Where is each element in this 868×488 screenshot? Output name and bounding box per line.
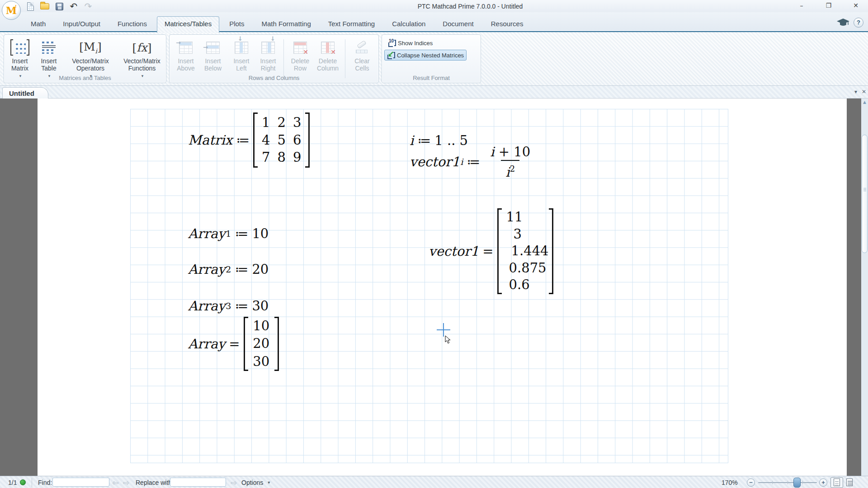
array-result-values: 10 20 30 bbox=[249, 316, 274, 372]
document-tab-bar: Untitled ▾ ✕ bbox=[0, 86, 868, 99]
matrix-bracket-right bbox=[305, 113, 310, 168]
assign-operator: ≔ bbox=[467, 154, 480, 169]
options-caret-icon: ▾ bbox=[268, 480, 270, 485]
zoom-in-button[interactable]: + bbox=[819, 479, 827, 487]
math-region-matrix-definition[interactable]: Matrix ≔ 123 456 789 bbox=[188, 112, 310, 168]
insert-right-button[interactable]: ↓ Insert Right bbox=[255, 38, 282, 72]
tab-input-output[interactable]: Input/Output bbox=[56, 17, 108, 32]
math-region-array2-definition[interactable]: Array2 ≔ 20 bbox=[188, 262, 269, 277]
clear-cells-icon bbox=[355, 42, 369, 54]
help-zone: ? bbox=[836, 18, 863, 28]
tab-matrices-tables[interactable]: Matrices/Tables bbox=[157, 16, 219, 33]
insert-table-icon bbox=[42, 41, 56, 54]
calculation-status-dot bbox=[20, 479, 26, 485]
matrix-bracket-left bbox=[244, 317, 248, 371]
show-indices-toggle[interactable]: 10 Show Indices bbox=[386, 38, 435, 48]
show-indices-icon: 10 bbox=[388, 39, 396, 47]
replace-next-icon[interactable]: ⇨ bbox=[231, 478, 237, 487]
open-folder-icon bbox=[40, 3, 49, 9]
insert-below-button[interactable]: → Insert Below bbox=[199, 38, 226, 72]
draft-view-icon bbox=[846, 479, 853, 486]
vector-matrix-operators-button[interactable]: [Mi] Vector/Matrix Operators▾ bbox=[65, 38, 116, 80]
mouse-cursor bbox=[445, 335, 451, 344]
document-tab-untitled[interactable]: Untitled bbox=[2, 87, 48, 99]
replace-input[interactable] bbox=[170, 478, 226, 487]
statusbar-separator bbox=[32, 478, 32, 487]
group-result-format: 10 Show Indices Collapse Nested Matrices… bbox=[382, 34, 481, 83]
matrix-bracket-right bbox=[274, 317, 279, 371]
vector-matrix-functions-button[interactable]: [fx] Vector/Matrix Functions▾ bbox=[116, 38, 168, 80]
scroll-up-icon[interactable]: ▲ bbox=[861, 100, 868, 104]
insert-right-icon: ↓ bbox=[261, 42, 275, 54]
tab-close-icon[interactable]: ✕ bbox=[862, 89, 866, 95]
insert-left-button[interactable]: ↓ Insert Left bbox=[228, 38, 255, 72]
mathcad-window: M’ ↶ ↷ PTC Mathcad Prime 7.0.0.0 - Untit… bbox=[0, 0, 868, 488]
insert-table-button[interactable]: Insert Table▾ bbox=[35, 38, 63, 80]
open-button[interactable] bbox=[40, 1, 50, 11]
tab-plots[interactable]: Plots bbox=[222, 17, 251, 32]
insert-below-icon: → bbox=[206, 42, 220, 54]
page-view-icon bbox=[834, 479, 840, 486]
worksheet-area: Matrix ≔ 123 456 789 i ≔ 1 .. 5 vector1i… bbox=[0, 99, 868, 476]
app-menu-logo[interactable]: M’ bbox=[2, 1, 21, 20]
delete-column-button[interactable]: ✕ Delete Column bbox=[314, 38, 342, 72]
help-button[interactable]: ? bbox=[854, 18, 863, 28]
zoom-slider-handle[interactable] bbox=[793, 478, 801, 488]
tab-math-formatting[interactable]: Math Formatting bbox=[255, 17, 318, 32]
matrix-bracket-left bbox=[253, 113, 258, 168]
tab-functions[interactable]: Functions bbox=[110, 17, 154, 32]
page-view-toggle[interactable] bbox=[830, 477, 843, 488]
save-button[interactable] bbox=[54, 1, 64, 11]
insert-above-button[interactable]: → Insert Above bbox=[172, 38, 199, 72]
insert-matrix-button[interactable]: Insert Matrix▾ bbox=[6, 38, 34, 80]
group-label: Matrices and Tables bbox=[4, 75, 166, 81]
matrix-values: 123 456 789 bbox=[259, 113, 304, 167]
new-worksheet-icon bbox=[27, 2, 34, 11]
math-region-vector-definition[interactable]: vector1i ≔ i + 10 i2 bbox=[410, 145, 535, 179]
clear-cells-button[interactable]: Clear Cells bbox=[349, 38, 376, 72]
logo-apostrophe: ’ bbox=[15, 5, 17, 11]
delete-row-button[interactable]: ✕ Delete Row bbox=[287, 38, 314, 72]
group-label: Result Format bbox=[382, 75, 481, 81]
tab-list-menu-icon[interactable]: ▾ bbox=[854, 89, 857, 95]
tab-document[interactable]: Document bbox=[435, 17, 481, 32]
worksheet-right-margin bbox=[847, 99, 861, 476]
ribbon-tabs: Math Input/Output Functions Matrices/Tab… bbox=[24, 16, 530, 32]
status-bar: 1/1 Find: ⇦ ⇨ Replace with: ⇨ Options ▾ … bbox=[0, 476, 868, 488]
delete-row-icon: ✕ bbox=[293, 42, 307, 54]
scrollbar-thumb[interactable] bbox=[862, 135, 868, 253]
find-label: Find: bbox=[38, 479, 52, 486]
delete-column-icon: ✕ bbox=[321, 42, 335, 54]
elearning-cap-icon[interactable] bbox=[836, 18, 850, 27]
math-region-array-result[interactable]: Array = 10 20 30 bbox=[188, 316, 279, 371]
tab-calculation[interactable]: Calculation bbox=[385, 17, 433, 32]
tab-math[interactable]: Math bbox=[24, 17, 53, 32]
vertical-scrollbar[interactable]: ▲ bbox=[861, 99, 868, 476]
collapse-nested-matrices-toggle[interactable]: Collapse Nested Matrices bbox=[384, 50, 467, 61]
math-region-array1-definition[interactable]: Array1 ≔ 10 bbox=[188, 226, 269, 241]
zoom-out-button[interactable]: − bbox=[747, 479, 755, 487]
close-button[interactable]: ✕ bbox=[850, 1, 862, 10]
options-dropdown[interactable]: Options ▾ bbox=[241, 476, 270, 488]
tab-text-formatting[interactable]: Text Formatting bbox=[321, 17, 382, 32]
find-next-icon[interactable]: ⇨ bbox=[123, 478, 129, 487]
group-matrices-and-tables: Insert Matrix▾ Insert Table▾ [Mi] Vector… bbox=[4, 34, 166, 83]
draft-view-toggle[interactable] bbox=[843, 477, 856, 488]
restore-button[interactable]: ❐ bbox=[823, 1, 835, 10]
tab-resources[interactable]: Resources bbox=[484, 17, 531, 32]
options-label: Options bbox=[241, 479, 263, 486]
ribbon-body: Insert Matrix▾ Insert Table▾ [Mi] Vector… bbox=[0, 32, 868, 86]
group-rows-and-columns: → Insert Above → Insert Below ↓ Insert L… bbox=[169, 34, 379, 83]
zoom-slider[interactable] bbox=[758, 482, 817, 483]
minimize-button[interactable]: – bbox=[796, 1, 807, 10]
math-region-array3-definition[interactable]: Array3 ≔ 30 bbox=[188, 298, 269, 314]
math-region-vector-result[interactable]: vector1 = 11 3 1.444 0.875 0.6 bbox=[429, 208, 553, 295]
new-worksheet-button[interactable] bbox=[25, 1, 35, 11]
insert-above-icon: → bbox=[179, 42, 193, 54]
worksheet-left-margin bbox=[0, 99, 38, 476]
find-previous-icon[interactable]: ⇦ bbox=[112, 478, 118, 487]
matrix-bracket-right bbox=[549, 208, 553, 294]
save-floppy-icon bbox=[56, 3, 63, 10]
ribbon-tab-row: Math Input/Output Functions Matrices/Tab… bbox=[0, 12, 868, 32]
find-input[interactable] bbox=[52, 478, 109, 487]
